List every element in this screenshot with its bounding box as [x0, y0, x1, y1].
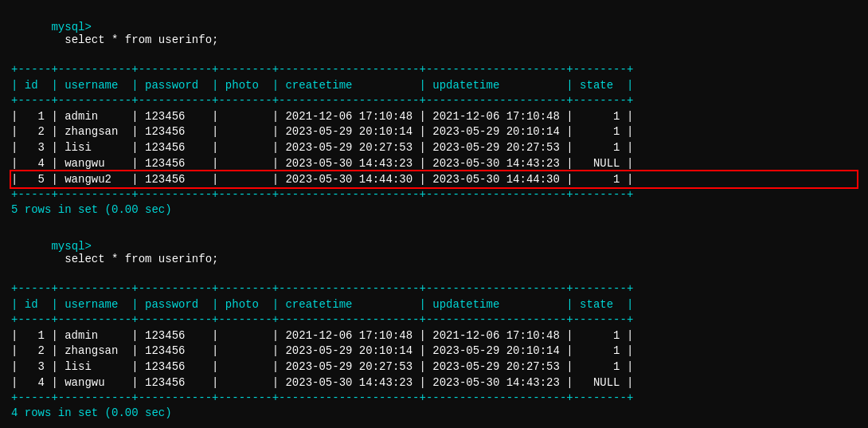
result-info-2: 4 rows in set (0.00 sec)	[11, 406, 857, 419]
table-row: | 2 | zhangsan | 123456 | | 2023-05-29 2…	[11, 124, 857, 140]
sql-command-2: select * from userinfo;	[51, 253, 218, 265]
table-wrapper-2: +-----+-----------+-----------+--------+…	[11, 281, 857, 406]
table-row: | 1 | admin | 123456 | | 2021-12-06 17:1…	[11, 109, 857, 125]
table-row: | 4 | wangwu | 123456 | | 2023-05-30 14:…	[11, 375, 857, 391]
prompt-1: mysql> select * from userinfo;	[11, 8, 857, 59]
mysql-prompt-2: mysql>	[51, 240, 91, 253]
table-row: | 1 | admin | 123456 | | 2021-12-06 17:1…	[11, 328, 857, 344]
prompt-2: mysql> select * from userinfo;	[11, 227, 857, 278]
table-row: | 2 | zhangsan | 123456 | | 2023-05-29 2…	[11, 344, 857, 359]
terminal-container: mysql> select * from userinfo; +-----+--…	[11, 8, 857, 419]
query-block-1: mysql> select * from userinfo; +-----+--…	[11, 8, 857, 216]
table-wrapper-1: +-----+-----------+-----------+--------+…	[11, 62, 857, 203]
result-info-1: 5 rows in set (0.00 sec)	[11, 203, 857, 216]
table-row: | 3 | lisi | 123456 | | 2023-05-29 20:27…	[11, 140, 857, 156]
sql-command-1: select * from userinfo;	[51, 33, 218, 46]
query-block-2: mysql> select * from userinfo; +-----+--…	[11, 227, 857, 419]
mysql-prompt-1: mysql>	[51, 21, 91, 33]
table-row: | 4 | wangwu | 123456 | | 2023-05-30 14:…	[11, 156, 857, 172]
highlighted-row: | 5 | wangwu2 | 123456 | | 2023-05-30 14…	[11, 171, 857, 187]
table-row: | 3 | lisi | 123456 | | 2023-05-29 20:27…	[11, 359, 857, 375]
